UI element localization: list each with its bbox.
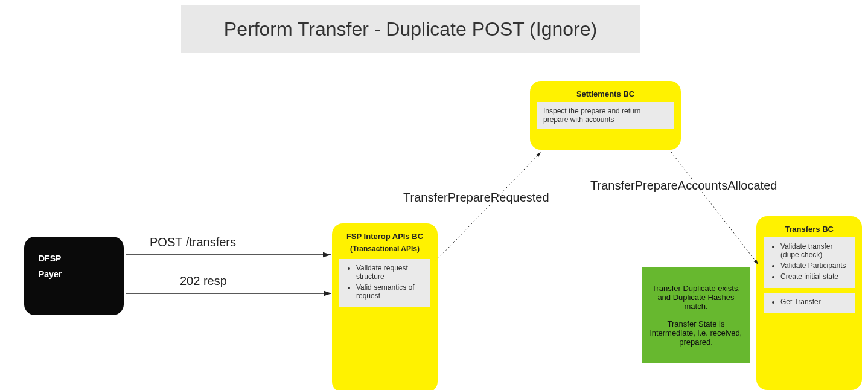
fsp-subtitle: (Transactional APIs) xyxy=(339,245,430,253)
dfsp-payer-node: DFSP Payer xyxy=(24,237,124,315)
fsp-inner: Validate request structure Valid semanti… xyxy=(339,259,430,307)
svg-line-2 xyxy=(436,152,541,261)
dfsp-label-2: Payer xyxy=(39,269,109,279)
transfers-item: Validate Participants xyxy=(780,261,849,270)
svg-line-3 xyxy=(671,152,758,264)
transfers-node: Transfers BC Validate transfer (dupe che… xyxy=(756,216,862,390)
green-p1: Transfer Duplicate exists, and Duplicate… xyxy=(649,284,743,311)
fsp-item: Validate request structure xyxy=(356,264,424,281)
arrow-label-prepare: TransferPrepareRequested xyxy=(403,191,549,205)
transfers-item: Get Transfer xyxy=(780,298,849,306)
transfers-inner-2: Get Transfer xyxy=(764,293,855,313)
fsp-title: FSP Interop APIs BC xyxy=(339,232,430,241)
green-p2: Transfer State is intermediate, i.e. rec… xyxy=(649,319,743,347)
settlements-title: Settlements BC xyxy=(537,89,674,98)
arrow-label-alloc: TransferPrepareAccountsAllocated xyxy=(590,179,777,193)
dfsp-label-1: DFSP xyxy=(39,254,109,263)
diagram-title-text: Perform Transfer - Duplicate POST (Ignor… xyxy=(224,18,597,40)
fsp-item: Valid semantics of request xyxy=(356,283,424,300)
arrow-label-post: POST /transfers xyxy=(150,235,236,249)
settlements-desc: Inspect the prepare and return prepare w… xyxy=(537,102,674,129)
duplicate-state-note: Transfer Duplicate exists, and Duplicate… xyxy=(642,267,750,363)
transfers-item: Validate transfer (dupe check) xyxy=(780,242,849,259)
fsp-interop-apis-node: FSP Interop APIs BC (Transactional APIs)… xyxy=(332,223,438,390)
transfers-inner-1: Validate transfer (dupe check) Validate … xyxy=(764,237,855,288)
arrow-label-resp: 202 resp xyxy=(180,274,227,288)
diagram-title: Perform Transfer - Duplicate POST (Ignor… xyxy=(181,5,640,53)
settlements-node: Settlements BC Inspect the prepare and r… xyxy=(530,81,681,150)
transfers-title: Transfers BC xyxy=(764,225,855,234)
transfers-item: Create initial state xyxy=(780,272,849,281)
